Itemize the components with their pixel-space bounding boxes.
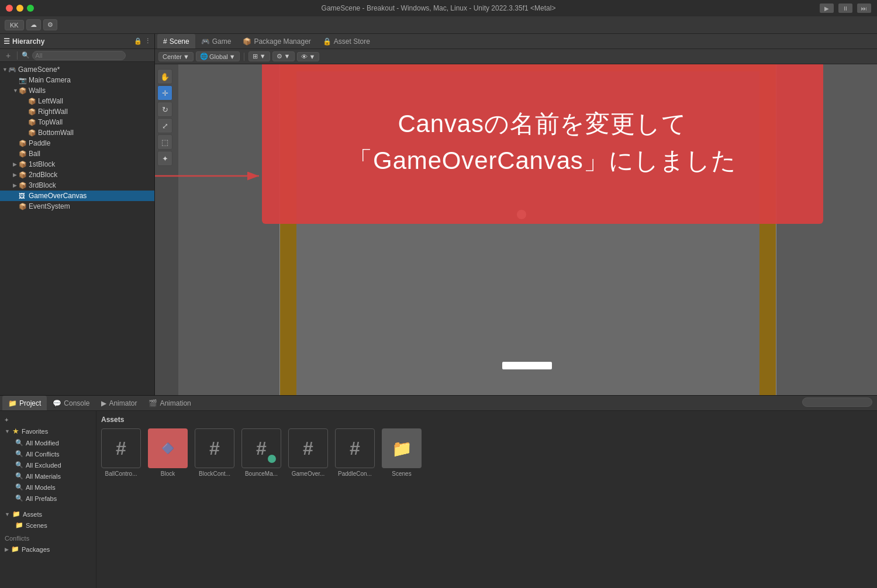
- hierarchy-content: ▼ 🎮 GameScene* 📷 Main Camera ▼ 📦 Walls: [0, 62, 154, 395]
- lock-icon[interactable]: 🔒: [134, 37, 142, 45]
- asset-scenes[interactable]: 📁 Scenes: [382, 428, 422, 477]
- hierarchy-item-bottomwall[interactable]: 📦 BottomWall: [0, 127, 154, 138]
- asset-paddlecon[interactable]: # PaddleCon...: [335, 428, 375, 477]
- center-button[interactable]: Center ▼: [158, 52, 194, 61]
- maximize-button[interactable]: [27, 5, 34, 12]
- sidebar-item-all-modified[interactable]: 🔍 All Modified: [0, 437, 96, 448]
- hierarchy-item-ball[interactable]: 📦 Ball: [0, 148, 154, 159]
- step-button[interactable]: ⏭: [857, 4, 871, 13]
- more-icon[interactable]: ⋮: [144, 37, 151, 45]
- rotate-tool[interactable]: ↻: [157, 102, 172, 117]
- tab-project[interactable]: 📁 Project: [2, 396, 47, 410]
- package-tab-label: Package Manager: [254, 37, 310, 46]
- bottom-tab-bar: 📁 Project 💬 Console ▶ Animator 🎬 Animati…: [0, 396, 877, 411]
- pause-button[interactable]: ⏸: [838, 4, 852, 13]
- gizmo-button[interactable]: ⚙ ▼: [272, 51, 295, 61]
- tab-game[interactable]: 🎮 Game: [195, 34, 237, 49]
- global-icon: 🌐: [200, 53, 208, 60]
- asset-bouncema[interactable]: # BounceMa...: [241, 428, 281, 477]
- scene-viewport[interactable]: ✋ ✛ ↻ ⤢ ⬚ ✦: [155, 64, 877, 395]
- expand-arrow: ▼: [13, 88, 19, 94]
- asset-gameover[interactable]: # GameOver...: [288, 428, 328, 477]
- scenes-label: Scenes: [26, 522, 47, 529]
- sidebar-item-favorites[interactable]: ▼ ★ Favorites: [0, 425, 96, 437]
- sidebar-item-assets-header[interactable]: ▼ 📁 Assets: [0, 509, 96, 520]
- project-search-input[interactable]: [802, 397, 872, 407]
- hierarchy-item-topwall[interactable]: 📦 TopWall: [0, 117, 154, 127]
- item-label: 1stBlock: [29, 160, 55, 168]
- hierarchy-item-3rdblock[interactable]: ▶ 📦 3rdBlock: [0, 180, 154, 191]
- sidebar-item-all-models[interactable]: 🔍 All Models: [0, 482, 96, 493]
- assets-title: Assets: [101, 416, 872, 424]
- sidebar-item-packages[interactable]: ▶ 📁 Packages: [0, 544, 96, 555]
- sidebar-item-all-materials[interactable]: 🔍 All Materials: [0, 471, 96, 482]
- tab-package-manager[interactable]: 📦 Package Manager: [237, 34, 316, 49]
- hierarchy-search-input[interactable]: [32, 51, 126, 60]
- item-label: Ball: [29, 150, 40, 158]
- hierarchy-item-rightwall[interactable]: 📦 RightWall: [0, 106, 154, 117]
- assetstore-tab-icon: 🔒: [323, 37, 332, 46]
- cloud-button[interactable]: ☁: [26, 19, 41, 30]
- game-tab-icon: 🎮: [201, 37, 210, 46]
- tab-animator[interactable]: ▶ Animator: [95, 396, 143, 410]
- packages-label: Packages: [22, 546, 50, 553]
- window-title: GameScene - Breakout - Windows, Mac, Lin…: [322, 4, 556, 12]
- tab-animation[interactable]: 🎬 Animation: [143, 396, 196, 410]
- grid-button[interactable]: ⊞ ▼: [248, 51, 270, 61]
- scene-toolbar: Center ▼ 🌐 Global ▼ ⊞ ▼ ⚙ ▼ 👁 ▼: [155, 49, 877, 64]
- paddlecon-label: PaddleCon...: [338, 471, 372, 477]
- sidebar-item-scenes-folder[interactable]: 📁 Scenes: [0, 520, 96, 531]
- hierarchy-item-2ndblock[interactable]: ▶ 📦 2ndBlock: [0, 170, 154, 180]
- close-button[interactable]: [6, 5, 13, 12]
- top-toolbar: KK ☁ ⚙: [0, 16, 877, 34]
- sidebar-item-all-prefabs[interactable]: 🔍 All Prefabs: [0, 493, 96, 504]
- favorites-label: Favorites: [22, 428, 48, 435]
- sidebar-item-all-excluded[interactable]: 🔍 All Excluded: [0, 459, 96, 471]
- view-button[interactable]: 👁 ▼: [297, 52, 320, 61]
- tab-console[interactable]: 💬 Console: [47, 396, 95, 410]
- sidebar-item-all-conflicts[interactable]: 🔍 All Conflicts: [0, 448, 96, 459]
- hierarchy-item-gameovercanvas[interactable]: 🖼 GameOverCanvas: [0, 191, 154, 201]
- hierarchy-item-gamescene[interactable]: ▼ 🎮 GameScene*: [0, 64, 154, 75]
- global-label: Global: [209, 53, 228, 60]
- search-icon: 🔍: [15, 450, 23, 458]
- hierarchy-item-1stblock[interactable]: ▶ 📦 1stBlock: [0, 159, 154, 170]
- add-project-button[interactable]: +: [0, 414, 96, 425]
- hierarchy-item-paddle[interactable]: 📦 Paddle: [0, 138, 154, 148]
- center-chevron: ▼: [183, 53, 189, 60]
- hierarchy-item-leftwall[interactable]: 📦 LeftWall: [0, 96, 154, 106]
- all-conflicts-label: All Conflicts: [26, 451, 59, 458]
- item-label: 2ndBlock: [29, 171, 57, 179]
- blockcontrol-icon: #: [195, 428, 234, 468]
- account-button[interactable]: KK: [5, 20, 24, 30]
- hierarchy-header: ☰ Hierarchy 🔒 ⋮: [0, 34, 154, 49]
- hierarchy-item-walls[interactable]: ▼ 📦 Walls: [0, 85, 154, 96]
- canvas-icon: 🖼: [19, 192, 27, 199]
- scale-tool[interactable]: ⤢: [157, 118, 172, 133]
- global-button[interactable]: 🌐 Global ▼: [196, 51, 240, 61]
- add-hierarchy-button[interactable]: +: [4, 51, 13, 60]
- search-icon: 🔍: [15, 472, 23, 480]
- rect-tool[interactable]: ⬚: [157, 134, 172, 150]
- scene-icon: 🎮: [8, 66, 16, 74]
- add-icon: +: [5, 416, 8, 423]
- project-sidebar: + ▼ ★ Favorites 🔍 All Modified 🔍 All Con…: [0, 411, 96, 588]
- scenes-folder-icon: 📁: [382, 428, 422, 468]
- asset-blockcontrol[interactable]: # BlockCont...: [195, 428, 234, 477]
- tab-scene[interactable]: # Scene: [157, 34, 195, 49]
- console-tab-label: Console: [64, 399, 89, 407]
- play-button[interactable]: ▶: [820, 4, 834, 13]
- minimize-button[interactable]: [16, 5, 23, 12]
- all-materials-label: All Materials: [26, 473, 61, 480]
- move-tool[interactable]: ✛: [157, 85, 172, 101]
- hierarchy-item-maincamera[interactable]: 📷 Main Camera: [0, 75, 154, 85]
- main-layout: ☰ Hierarchy 🔒 ⋮ + 🔍 ▼ 🎮 GameSc: [0, 34, 877, 588]
- hand-tool[interactable]: ✋: [157, 69, 172, 84]
- asset-ballcontrol[interactable]: # BallContro...: [101, 428, 141, 477]
- hierarchy-item-eventsystem[interactable]: 📦 EventSystem: [0, 201, 154, 212]
- asset-block[interactable]: 🔷 Block: [148, 428, 188, 477]
- settings-button[interactable]: ⚙: [43, 19, 57, 30]
- paddlecon-icon: #: [335, 428, 375, 468]
- tab-asset-store[interactable]: 🔒 Asset Store: [317, 34, 376, 49]
- hierarchy-title: Hierarchy: [12, 37, 44, 46]
